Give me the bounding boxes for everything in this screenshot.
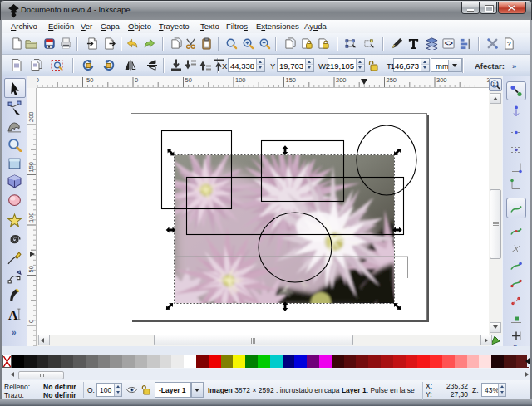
svg-text:?: ? <box>507 40 511 48</box>
svg-text:1:1: 1:1 <box>492 81 499 86</box>
svg-text:150: 150 <box>286 76 297 84</box>
svg-text:-100: -100 <box>37 76 39 84</box>
svg-text:0: 0 <box>27 320 35 323</box>
svg-text:50: 50 <box>185 76 192 84</box>
svg-text:300: 300 <box>436 76 447 84</box>
svg-text:150: 150 <box>27 162 35 173</box>
svg-text:50: 50 <box>27 266 35 272</box>
svg-text:<>: <> <box>445 40 453 48</box>
svg-text:100: 100 <box>27 212 35 223</box>
svg-text:200: 200 <box>336 76 347 84</box>
svg-text:100: 100 <box>235 76 246 84</box>
svg-text:250: 250 <box>387 76 397 84</box>
svg-text:200: 200 <box>27 111 35 122</box>
svg-text:A: A <box>8 308 18 321</box>
svg-text:0: 0 <box>135 76 138 84</box>
svg-text:-50: -50 <box>85 76 94 84</box>
